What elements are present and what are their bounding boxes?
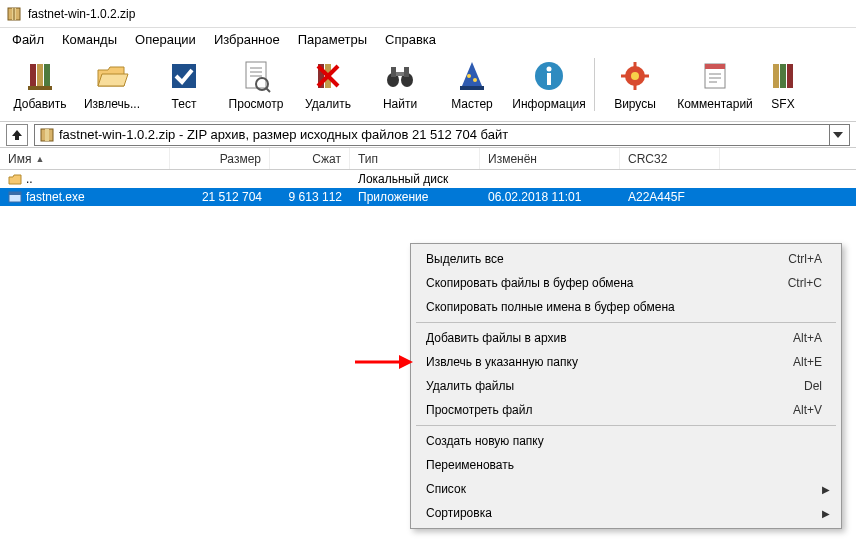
toolbar-label: Мастер (451, 97, 493, 111)
svg-rect-25 (460, 86, 484, 90)
file-modified: 06.02.2018 11:01 (480, 188, 620, 206)
ctx-view-file[interactable]: Просмотреть файл Alt+V (414, 398, 838, 422)
ctx-list-submenu[interactable]: Список ▶ (414, 477, 838, 501)
column-label: Имя (8, 152, 31, 166)
toolbar-label: Вирусы (614, 97, 656, 111)
ctx-label: Создать новую папку (426, 434, 822, 448)
column-label: Сжат (312, 152, 341, 166)
toolbar-separator (594, 58, 595, 111)
window-title: fastnet-win-1.0.2.zip (28, 7, 135, 21)
column-header-crc[interactable]: CRC32 (620, 148, 720, 169)
menu-help[interactable]: Справка (377, 30, 444, 49)
svg-rect-41 (780, 64, 786, 88)
column-header-type[interactable]: Тип (350, 148, 480, 169)
ctx-label: Добавить файлы в архив (426, 331, 793, 345)
toolbar-label: Информация (512, 97, 585, 111)
column-header-name[interactable]: Имя ▲ (0, 148, 170, 169)
svg-rect-21 (404, 67, 409, 77)
menu-file[interactable]: Файл (4, 30, 52, 49)
toolbar-label: Извлечь... (84, 97, 140, 111)
sort-ascending-icon: ▲ (35, 154, 44, 164)
column-header-compressed[interactable]: Сжат (270, 148, 350, 169)
column-label: Изменён (488, 152, 537, 166)
toolbar-wizard-button[interactable]: Мастер (436, 54, 508, 115)
file-size (170, 170, 270, 188)
menu-favorites[interactable]: Избранное (206, 30, 288, 49)
ctx-shortcut: Ctrl+C (788, 276, 822, 290)
context-menu: Выделить все Ctrl+A Скопировать файлы в … (410, 243, 842, 529)
ctx-rename[interactable]: Переименовать (414, 453, 838, 477)
toolbar-add-button[interactable]: Добавить (4, 54, 76, 115)
ctx-label: Список (426, 482, 822, 496)
column-label: CRC32 (628, 152, 667, 166)
test-check-icon (166, 58, 202, 94)
toolbar-find-button[interactable]: Найти (364, 54, 436, 115)
file-row[interactable]: fastnet.exe 21 512 704 9 613 112 Приложе… (0, 188, 856, 206)
document-view-icon (238, 58, 274, 94)
ctx-copy-full-names[interactable]: Скопировать полные имена в буфер обмена (414, 295, 838, 319)
toolbar-label: Удалить (305, 97, 351, 111)
file-list-header: Имя ▲ Размер Сжат Тип Изменён CRC32 (0, 148, 856, 170)
svg-rect-5 (44, 64, 50, 88)
up-one-level-button[interactable] (6, 124, 28, 146)
svg-rect-36 (705, 64, 725, 69)
ctx-add-to-archive[interactable]: Добавить файлы в архив Alt+A (414, 326, 838, 350)
toolbar-comment-button[interactable]: Комментарий (671, 54, 759, 115)
toolbar-label: SFX (771, 97, 794, 111)
toolbar-view-button[interactable]: Просмотр (220, 54, 292, 115)
ctx-shortcut: Alt+A (793, 331, 822, 345)
ctx-label: Просмотреть файл (426, 403, 793, 417)
ctx-label: Удалить файлы (426, 379, 804, 393)
file-row-parent[interactable]: .. Локальный диск (0, 170, 856, 188)
svg-rect-42 (787, 64, 793, 88)
toolbar-delete-button[interactable]: Удалить (292, 54, 364, 115)
info-icon (531, 58, 567, 94)
file-modified (480, 170, 620, 188)
ctx-copy-files[interactable]: Скопировать файлы в буфер обмена Ctrl+C (414, 271, 838, 295)
menu-commands[interactable]: Команды (54, 30, 125, 49)
path-field[interactable]: fastnet-win-1.0.2.zip - ZIP архив, разме… (34, 124, 850, 146)
svg-rect-4 (37, 64, 43, 88)
menu-operations[interactable]: Операции (127, 30, 204, 49)
ctx-select-all[interactable]: Выделить все Ctrl+A (414, 247, 838, 271)
svg-rect-6 (28, 86, 52, 90)
toolbar-label: Просмотр (229, 97, 284, 111)
file-compressed (270, 170, 350, 188)
svg-rect-20 (391, 67, 396, 77)
file-list[interactable]: .. Локальный диск fastnet.exe 21 512 704… (0, 170, 856, 206)
ctx-label: Скопировать файлы в буфер обмена (426, 276, 788, 290)
folder-up-icon (8, 172, 22, 186)
ctx-delete-files[interactable]: Удалить файлы Del (414, 374, 838, 398)
ctx-sort-submenu[interactable]: Сортировка ▶ (414, 501, 838, 525)
archive-icon (6, 6, 22, 22)
ctx-new-folder[interactable]: Создать новую папку (414, 429, 838, 453)
ctx-label: Выделить все (426, 252, 788, 266)
ctx-shortcut: Alt+E (793, 355, 822, 369)
file-compressed: 9 613 112 (270, 188, 350, 206)
ctx-label: Извлечь в указанную папку (426, 355, 793, 369)
toolbar-info-button[interactable]: Информация (508, 54, 590, 115)
ctx-label: Переименовать (426, 458, 822, 472)
address-bar: fastnet-win-1.0.2.zip - ZIP архив, разме… (0, 122, 856, 148)
annotation-arrow (355, 352, 415, 372)
ctx-extract-to-folder[interactable]: Извлечь в указанную папку Alt+E (414, 350, 838, 374)
toolbar-sfx-button[interactable]: SFX (759, 54, 807, 115)
toolbar: Добавить Извлечь... Тест Просмотр Удалит… (0, 50, 856, 122)
folder-open-icon (94, 58, 130, 94)
toolbar-test-button[interactable]: Тест (148, 54, 220, 115)
menu-options[interactable]: Параметры (290, 30, 375, 49)
sfx-books-icon (765, 58, 801, 94)
wizard-hat-icon (454, 58, 490, 94)
chevron-right-icon: ▶ (822, 508, 830, 519)
column-header-modified[interactable]: Изменён (480, 148, 620, 169)
toolbar-virus-button[interactable]: Вирусы (599, 54, 671, 115)
title-bar: fastnet-win-1.0.2.zip (0, 0, 856, 28)
svg-rect-22 (396, 72, 404, 76)
exe-file-icon (8, 190, 22, 204)
svg-rect-28 (547, 73, 551, 85)
dropdown-arrow-icon[interactable] (829, 125, 845, 145)
toolbar-label: Добавить (13, 97, 66, 111)
column-header-size[interactable]: Размер (170, 148, 270, 169)
ctx-separator (416, 322, 836, 323)
toolbar-extract-button[interactable]: Извлечь... (76, 54, 148, 115)
